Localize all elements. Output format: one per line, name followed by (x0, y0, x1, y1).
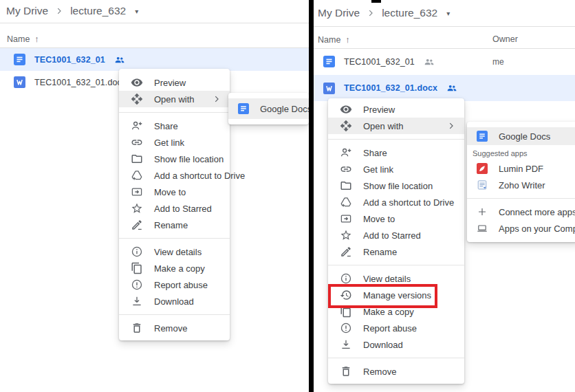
submenu-item-google-docs[interactable]: Google Docs (228, 98, 309, 119)
menu-item-show-file-location[interactable]: Show file location (328, 177, 464, 194)
menu-item-remove[interactable]: Remove (328, 363, 464, 380)
submenu-item-apps-on-computer[interactable]: Apps on your Computer (467, 220, 575, 237)
person-add-icon (131, 120, 143, 132)
breadcrumb: My Drive lecture_632 ▾ (318, 7, 450, 19)
menu-divider (119, 112, 230, 113)
menu-item-show-file-location[interactable]: Show file location (119, 151, 230, 167)
people-shared-icon (424, 56, 435, 67)
menu-item-label: Show file location (363, 181, 433, 191)
menu-item-label: Download (154, 296, 194, 307)
context-menu-right: Preview Open with Share Get link Show fi… (328, 98, 464, 384)
menu-item-preview[interactable]: Preview (328, 101, 464, 118)
name-column-header[interactable]: Name ↑ (7, 34, 39, 44)
menu-item-remove[interactable]: Remove (119, 320, 230, 336)
submenu-item-label: Lumin PDF (499, 164, 543, 174)
menu-item-add-to-starred[interactable]: Add to Starred (119, 200, 230, 217)
submenu-item-lumin-pdf[interactable]: Lumin PDF (467, 160, 575, 177)
menu-item-label: Open with (363, 121, 404, 131)
breadcrumb-my-drive[interactable]: My Drive (318, 7, 360, 19)
folder-icon (340, 179, 352, 192)
menu-item-download[interactable]: Download (119, 293, 230, 309)
menu-item-label: Add to Starred (154, 204, 212, 214)
breadcrumb: My Drive lecture_632 ▾ (6, 5, 138, 17)
info-icon (340, 272, 352, 285)
open-with-icon (340, 120, 352, 132)
pencil-icon (340, 246, 352, 258)
menu-item-label: View details (154, 247, 202, 257)
menu-item-move-to[interactable]: Move to (328, 210, 464, 227)
laptop-icon (477, 223, 488, 234)
folder-dropdown-caret-icon[interactable]: ▾ (135, 8, 138, 15)
name-column-header[interactable]: Name ↑ (318, 34, 350, 45)
file-name: TEC1001_632_01 (344, 57, 415, 67)
menu-item-report-abuse[interactable]: Report abuse (328, 320, 464, 336)
menu-item-open-with[interactable]: Open with (328, 118, 464, 134)
menu-divider (328, 358, 464, 358)
menu-item-preview[interactable]: Preview (119, 74, 230, 91)
link-icon (131, 136, 143, 149)
menu-divider (119, 238, 230, 239)
divider (314, 26, 575, 27)
open-with-icon (131, 93, 143, 105)
menu-item-label: Get link (154, 138, 184, 148)
breadcrumb-folder[interactable]: lecture_632 (382, 7, 437, 19)
google-docs-icon (14, 54, 25, 65)
menu-item-share[interactable]: Share (328, 144, 464, 161)
menu-item-get-link[interactable]: Get link (328, 161, 464, 177)
download-icon (131, 295, 143, 307)
trash-icon (340, 365, 352, 378)
folder-dropdown-caret-icon[interactable]: ▾ (446, 10, 450, 17)
menu-item-add-to-starred[interactable]: Add to Starred (328, 227, 464, 243)
file-row-gdoc[interactable]: TEC1001_632_01 (0, 48, 309, 71)
menu-item-add-shortcut[interactable]: Add a shortcut to Drive (328, 194, 464, 210)
menu-item-rename[interactable]: Rename (328, 243, 464, 260)
submenu-item-label: Zoho Writer (499, 180, 545, 190)
menu-item-label: Remove (363, 367, 396, 377)
menu-item-label: Add to Starred (363, 230, 421, 241)
breadcrumb-my-drive[interactable]: My Drive (6, 5, 48, 17)
menu-item-rename[interactable]: Rename (119, 217, 230, 233)
owner-column-header[interactable]: Owner (492, 34, 518, 44)
sort-ascending-icon: ↑ (34, 34, 39, 44)
menu-divider (467, 198, 575, 199)
menu-item-label: View details (363, 274, 411, 284)
pencil-icon (131, 219, 143, 231)
submenu-item-label: Google Docs (499, 131, 550, 142)
menu-item-label: Make a copy (154, 263, 205, 274)
menu-item-share[interactable]: Share (119, 118, 230, 134)
submenu-item-zoho-writer[interactable]: Zoho Writer (467, 177, 575, 193)
people-shared-icon (446, 83, 457, 94)
owner-value: me (492, 57, 504, 67)
menu-item-view-details[interactable]: View details (119, 243, 230, 260)
menu-item-get-link[interactable]: Get link (119, 134, 230, 151)
screenshot-divider-bar (309, 0, 314, 392)
menu-item-move-to[interactable]: Move to (119, 184, 230, 200)
submenu-chevron-icon (212, 94, 221, 104)
submenu-item-label: Connect more apps (499, 207, 575, 217)
menu-item-add-shortcut[interactable]: Add a shortcut to Drive (119, 167, 230, 184)
open-with-submenu-left: Google Docs (228, 93, 309, 124)
menu-item-label: Share (363, 148, 387, 158)
menu-item-label: Add a shortcut to Drive (363, 197, 454, 208)
menu-item-open-with[interactable]: Open with (119, 91, 230, 107)
submenu-item-connect-more-apps[interactable]: Connect more apps (467, 204, 575, 220)
breadcrumb-folder[interactable]: lecture_632 (70, 5, 126, 17)
menu-item-download[interactable]: Download (328, 336, 464, 353)
menu-item-label: Open with (154, 94, 195, 105)
file-row-gdoc[interactable]: TEC1001_632_01 (314, 48, 575, 75)
plus-icon (477, 206, 488, 217)
info-icon (131, 246, 143, 258)
menu-item-label: Preview (154, 78, 186, 88)
menu-item-label: Remove (154, 323, 187, 334)
exclamation-circle-icon (131, 279, 143, 291)
menu-item-report-abuse[interactable]: Report abuse (119, 276, 230, 293)
name-header-label: Name (318, 35, 340, 45)
link-icon (340, 163, 352, 175)
file-row-docx[interactable]: TEC1001_632_01.docx (314, 75, 575, 101)
sort-ascending-icon: ↑ (345, 34, 350, 45)
menu-item-make-a-copy[interactable]: Make a copy (119, 260, 230, 276)
eye-icon (131, 76, 143, 89)
word-icon (323, 83, 335, 94)
submenu-item-google-docs[interactable]: Google Docs (467, 127, 575, 145)
context-menu-left: Preview Open with Share Get link Show fi… (119, 69, 230, 340)
